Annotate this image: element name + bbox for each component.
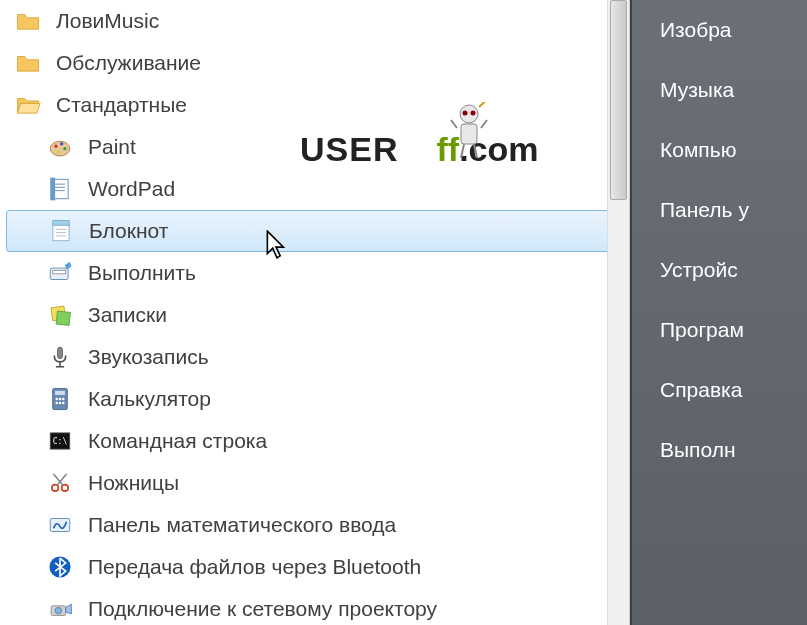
menu-item-label: WordPad <box>88 177 175 201</box>
menu-item-label: Подключение к сетевому проектору <box>88 597 437 621</box>
svg-point-24 <box>56 398 58 400</box>
svg-point-1 <box>54 145 57 148</box>
menu-item-label: Калькулятор <box>88 387 211 411</box>
menu-item-folder[interactable]: Обслуживание <box>0 42 629 84</box>
wordpad-icon <box>46 175 74 203</box>
menu-item-folder[interactable]: ЛовиMusic <box>0 0 629 42</box>
menu-item-cmd[interactable]: C:\Командная строка <box>0 420 629 462</box>
start-menu-programs-panel: ЛовиMusicОбслуживаниеСтандартныеPaintWor… <box>0 0 630 625</box>
svg-point-39 <box>55 607 62 614</box>
svg-rect-18 <box>56 311 70 325</box>
menu-item-notes[interactable]: Записки <box>0 294 629 336</box>
scrollbar[interactable] <box>607 0 629 625</box>
menu-item-paint[interactable]: Paint <box>0 126 629 168</box>
menu-item-wordpad[interactable]: WordPad <box>0 168 629 210</box>
svg-point-4 <box>57 150 60 153</box>
right-panel-item[interactable]: Устройс <box>632 240 807 300</box>
folder-open-icon <box>14 91 42 119</box>
menu-item-folder-open[interactable]: Стандартные <box>0 84 629 126</box>
snip-icon <box>46 469 74 497</box>
cmd-icon: C:\ <box>46 427 74 455</box>
notes-icon <box>46 301 74 329</box>
menu-item-label: ЛовиMusic <box>56 9 159 33</box>
right-panel-item[interactable]: Музыка <box>632 60 807 120</box>
menu-item-label: Выполнить <box>88 261 196 285</box>
notepad-icon <box>47 217 75 245</box>
scroll-thumb[interactable] <box>610 0 627 200</box>
svg-point-2 <box>60 142 63 145</box>
start-menu-right-panel: ИзобраМузыкаКомпьюПанель уУстройсПрограм… <box>630 0 807 625</box>
svg-point-29 <box>62 402 64 404</box>
folder-icon <box>14 49 42 77</box>
menu-item-projector[interactable]: Подключение к сетевому проектору <box>0 588 629 625</box>
svg-text:C:\: C:\ <box>53 436 68 446</box>
menu-item-label: Обслуживание <box>56 51 201 75</box>
menu-item-label: Звукозапись <box>88 345 209 369</box>
projector-icon <box>46 595 74 623</box>
menu-item-label: Paint <box>88 135 136 159</box>
svg-point-3 <box>63 147 66 150</box>
menu-item-label: Командная строка <box>88 429 267 453</box>
mic-icon <box>46 343 74 371</box>
menu-item-mic[interactable]: Звукозапись <box>0 336 629 378</box>
menu-item-calc[interactable]: Калькулятор <box>0 378 629 420</box>
menu-item-label: Передача файлов через Bluetooth <box>88 555 421 579</box>
svg-rect-9 <box>50 178 55 201</box>
svg-rect-19 <box>58 347 63 358</box>
svg-rect-23 <box>55 391 65 395</box>
menu-item-bluetooth[interactable]: Передача файлов через Bluetooth <box>0 546 629 588</box>
run-icon <box>46 259 74 287</box>
menu-item-snip[interactable]: Ножницы <box>0 462 629 504</box>
right-panel-item[interactable]: Справка <box>632 360 807 420</box>
menu-item-label: Стандартные <box>56 93 187 117</box>
menu-item-label: Ножницы <box>88 471 179 495</box>
right-panel-item[interactable]: Выполн <box>632 420 807 480</box>
menu-item-math[interactable]: Панель математического ввода <box>0 504 629 546</box>
right-panel-item[interactable]: Панель у <box>632 180 807 240</box>
menu-item-label: Блокнот <box>89 219 168 243</box>
menu-item-notepad[interactable]: Блокнот <box>6 210 623 252</box>
svg-point-28 <box>59 402 61 404</box>
folder-icon <box>14 7 42 35</box>
svg-point-27 <box>56 402 58 404</box>
svg-point-25 <box>59 398 61 400</box>
right-panel-item[interactable]: Изобра <box>632 0 807 60</box>
menu-item-run[interactable]: Выполнить <box>0 252 629 294</box>
svg-point-26 <box>62 398 64 400</box>
svg-rect-11 <box>53 220 69 225</box>
svg-point-0 <box>50 141 70 156</box>
math-icon <box>46 511 74 539</box>
right-panel-item[interactable]: Компью <box>632 120 807 180</box>
svg-rect-16 <box>53 271 66 274</box>
menu-item-label: Записки <box>88 303 167 327</box>
right-panel-item[interactable]: Програм <box>632 300 807 360</box>
paint-icon <box>46 133 74 161</box>
menu-item-label: Панель математического ввода <box>88 513 396 537</box>
bluetooth-icon <box>46 553 74 581</box>
calc-icon <box>46 385 74 413</box>
